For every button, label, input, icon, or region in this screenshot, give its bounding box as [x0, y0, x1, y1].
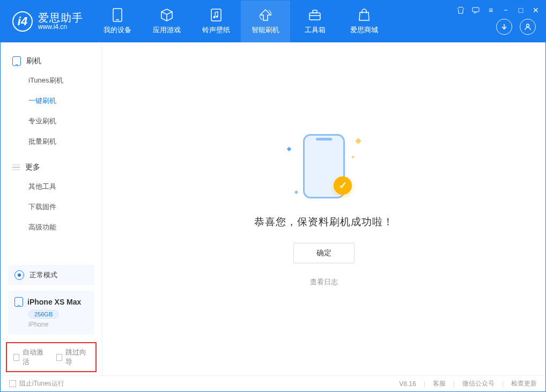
app-logo: i4 爱思助手 www.i4.cn	[1, 1, 93, 42]
view-log-link[interactable]: 查看日志	[310, 277, 338, 287]
music-icon	[209, 8, 223, 22]
footer-link-wechat[interactable]: 微信公众号	[462, 379, 495, 388]
list-icon	[12, 165, 20, 171]
device-mode-card[interactable]: 正常模式	[8, 265, 94, 285]
svg-rect-2	[211, 9, 221, 21]
sidebar-item-other-tools[interactable]: 其他工具	[1, 176, 102, 197]
checkbox-icon	[13, 354, 19, 361]
nav-my-device[interactable]: 我的设备	[93, 1, 142, 42]
sidebar: 刷机 iTunes刷机 一键刷机 专业刷机 批量刷机 更多 其他工具 下载固件 …	[1, 42, 102, 375]
user-button[interactable]	[520, 19, 536, 35]
checkbox-icon	[56, 354, 62, 361]
checkbox-auto-activate[interactable]: 自动激活	[13, 347, 47, 367]
footer: 阻止iTunes运行 V8.16 | 客服 | 微信公众号 | 检查更新	[1, 375, 545, 391]
logo-icon: i4	[12, 11, 33, 32]
success-illustration: ✓	[281, 131, 367, 201]
sidebar-item-advanced[interactable]: 高级功能	[1, 217, 102, 238]
svg-rect-10	[473, 8, 479, 12]
phone-icon	[14, 297, 23, 307]
svg-point-3	[213, 16, 216, 18]
sidebar-group-flash: 刷机	[1, 52, 102, 70]
sidebar-group-more: 更多	[1, 158, 102, 176]
nav-store[interactable]: 爱思商城	[340, 1, 389, 42]
app-header: i4 爱思助手 www.i4.cn 我的设备 应用游戏 铃声壁纸 智能刷机 工具…	[1, 1, 545, 42]
close-icon[interactable]: ✕	[532, 6, 540, 14]
sidebar-item-download-firmware[interactable]: 下载固件	[1, 197, 102, 217]
feedback-icon[interactable]	[471, 6, 480, 14]
minimize-icon[interactable]: －	[501, 6, 510, 14]
nav-smart-flash[interactable]: 智能刷机	[241, 1, 290, 42]
mode-icon	[14, 270, 24, 280]
svg-rect-8	[313, 10, 317, 13]
checkbox-block-itunes[interactable]: 阻止iTunes运行	[9, 379, 64, 388]
device-type: iPhone	[28, 321, 88, 328]
cube-icon	[160, 8, 174, 22]
sidebar-item-onekey-flash[interactable]: 一键刷机	[1, 91, 102, 111]
highlighted-options: 自动激活 跳过向导	[6, 342, 97, 372]
footer-link-support[interactable]: 客服	[433, 379, 446, 388]
success-message: 恭喜您，保资料刷机成功啦！	[254, 215, 394, 229]
maximize-icon[interactable]: □	[517, 6, 525, 14]
device-card[interactable]: iPhone XS Max 256GB iPhone	[8, 291, 94, 335]
phone-icon	[12, 56, 21, 66]
sidebar-item-itunes-flash[interactable]: iTunes刷机	[1, 70, 102, 91]
refresh-icon	[259, 8, 272, 22]
check-icon: ✓	[334, 176, 352, 195]
ok-button[interactable]: 确定	[293, 243, 355, 263]
sidebar-item-batch-flash[interactable]: 批量刷机	[1, 131, 102, 152]
app-name-en: www.i4.cn	[38, 24, 83, 31]
download-button[interactable]	[496, 19, 512, 35]
tshirt-icon[interactable]	[456, 6, 465, 14]
svg-point-11	[527, 24, 529, 27]
capacity-badge: 256GB	[28, 310, 58, 319]
nav-apps-games[interactable]: 应用游戏	[142, 1, 191, 42]
main-nav: 我的设备 应用游戏 铃声壁纸 智能刷机 工具箱 爱思商城	[93, 1, 389, 42]
checkbox-skip-guide[interactable]: 跳过向导	[56, 347, 90, 367]
svg-rect-7	[309, 13, 320, 20]
nav-ringtones[interactable]: 铃声壁纸	[191, 1, 241, 42]
nav-toolbox[interactable]: 工具箱	[290, 1, 340, 42]
main-content: ✓ 恭喜您，保资料刷机成功啦！ 确定 查看日志	[102, 42, 545, 375]
bag-icon	[357, 8, 371, 22]
device-icon	[110, 8, 124, 22]
version-label: V8.16	[399, 380, 416, 388]
app-name-cn: 爱思助手	[38, 12, 83, 24]
menu-icon[interactable]: ≡	[486, 6, 495, 14]
checkbox-icon	[9, 380, 16, 387]
svg-rect-1	[116, 19, 119, 20]
svg-point-4	[216, 16, 218, 18]
sidebar-item-pro-flash[interactable]: 专业刷机	[1, 111, 102, 131]
footer-link-update[interactable]: 检查更新	[511, 379, 537, 388]
toolbox-icon	[308, 8, 322, 22]
